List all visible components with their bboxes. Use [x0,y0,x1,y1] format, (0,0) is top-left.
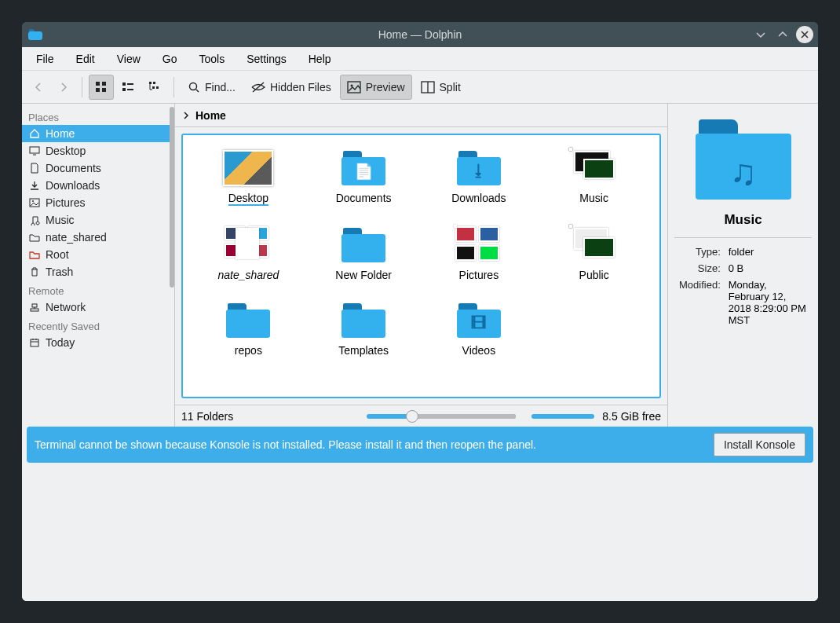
file-item-downloads[interactable]: ⭳Downloads [425,143,534,211]
free-space-text: 8.5 GiB free [602,410,661,423]
info-value: folder [725,244,810,259]
svg-rect-11 [156,86,159,89]
icons-view-button[interactable] [89,75,114,100]
back-button[interactable] [27,75,50,100]
item-thumb [338,225,389,266]
file-item-repos[interactable]: repos [194,295,303,361]
hidden-files-button[interactable]: Hidden Files [244,75,338,100]
svg-rect-21 [32,304,37,307]
sidebar-item-label: Music [46,214,75,226]
item-thumb [223,225,273,266]
sidebar-item-downloads[interactable]: Downloads [22,177,174,194]
search-icon [188,81,200,93]
info-key: Size: [676,261,724,276]
svg-rect-7 [127,89,133,90]
sidebar-scrollbar[interactable] [170,107,174,423]
minimize-icon[interactable] [752,26,769,43]
monitor-icon [28,145,41,156]
menu-view[interactable]: View [106,49,152,68]
file-item-desktop[interactable]: Desktop [194,143,303,211]
zoom-slider[interactable] [367,414,516,419]
file-item-music[interactable]: Music [539,143,648,211]
maximize-icon[interactable] [774,26,791,43]
file-item-videos[interactable]: 🎞Videos [425,295,534,361]
install-konsole-button[interactable]: Install Konsole [714,433,805,456]
menu-tools[interactable]: Tools [188,49,236,68]
sidebar-item-label: Home [46,127,75,140]
info-value: 0 B [725,261,810,276]
info-preview-icon: ♫ [692,116,794,203]
item-label: Downloads [451,192,506,204]
sidebar-item-label: Root [46,248,69,261]
split-button[interactable]: Split [414,75,468,100]
svg-rect-6 [122,88,126,91]
item-thumb [338,300,389,341]
menu-help[interactable]: Help [298,49,342,68]
forward-button[interactable] [52,75,75,100]
home-icon [28,128,41,139]
item-thumb [223,300,273,341]
item-label: Public [579,269,609,281]
sidebar-item-pictures[interactable]: Pictures [22,194,174,211]
svg-rect-22 [31,339,38,346]
view-mode-group [89,75,167,100]
breadcrumb-current: Home [195,109,226,122]
item-label: repos [235,344,262,357]
find-button[interactable]: Find... [181,75,243,100]
titlebar[interactable]: Home — Dolphin [22,22,818,47]
folder-red-icon [28,249,41,260]
sidebar-item-label: Pictures [46,196,86,209]
menu-edit[interactable]: Edit [65,49,106,68]
svg-rect-10 [152,86,155,89]
file-item-templates[interactable]: Templates [309,295,418,361]
network-icon [28,302,41,313]
sidebar-item-documents[interactable]: Documents [22,159,174,177]
file-item-new-folder[interactable]: New Folder [309,220,418,286]
calendar-icon [28,337,41,348]
menu-file[interactable]: File [25,49,65,68]
file-item-public[interactable]: Public [539,220,648,286]
item-label: nate_shared [217,269,279,281]
file-item-documents[interactable]: 📄Documents [309,143,418,211]
sidebar-header: Remote [22,280,174,299]
sidebar-item-network[interactable]: Network [22,299,174,316]
window-title: Home — Dolphin [378,28,462,41]
sidebar-item-trash[interactable]: Trash [22,263,174,280]
preview-button[interactable]: Preview [340,75,412,100]
sidebar-item-nate-shared[interactable]: nate_shared [22,229,174,246]
close-icon[interactable] [796,26,813,43]
chevron-right-icon [181,111,191,120]
svg-rect-13 [348,82,360,93]
sidebar-item-root[interactable]: Root [22,246,174,263]
svg-rect-3 [102,88,106,92]
file-item-nate-shared[interactable]: nate_shared [194,220,303,286]
sidebar-item-label: nate_shared [46,231,107,244]
svg-rect-5 [127,83,133,85]
item-thumb [569,148,619,189]
notification-text: Terminal cannot be shown because Konsole… [35,438,714,451]
sidebar-item-desktop[interactable]: Desktop [22,142,174,159]
file-item-pictures[interactable]: Pictures [425,220,534,286]
item-thumb [454,225,504,266]
item-label: Music [579,192,608,204]
svg-rect-8 [149,82,152,84]
item-count: 11 Folders [181,410,233,423]
file-view[interactable]: Desktop📄Documents⭳DownloadsMusicnate_sha… [181,134,661,398]
sidebar-item-music[interactable]: Music [22,211,174,229]
menu-go[interactable]: Go [152,49,188,68]
preview-icon [347,81,361,93]
svg-rect-4 [122,82,126,86]
sidebar-item-home[interactable]: Home [22,125,174,142]
item-thumb: ⭳ [454,148,504,189]
breadcrumb[interactable]: Home [175,104,667,127]
notification-bar: Terminal cannot be shown because Konsole… [27,427,813,463]
menu-settings[interactable]: Settings [236,49,298,68]
item-thumb: 🎞 [454,300,504,341]
split-icon [421,81,435,93]
sidebar-item-label: Today [46,336,75,349]
details-view-button[interactable] [142,75,167,100]
info-key: Modified: [676,277,724,328]
places-sidebar: PlacesHomeDesktopDocumentsDownloadsPictu… [22,104,175,427]
compact-view-button[interactable] [115,75,141,100]
sidebar-item-today[interactable]: Today [22,334,174,351]
